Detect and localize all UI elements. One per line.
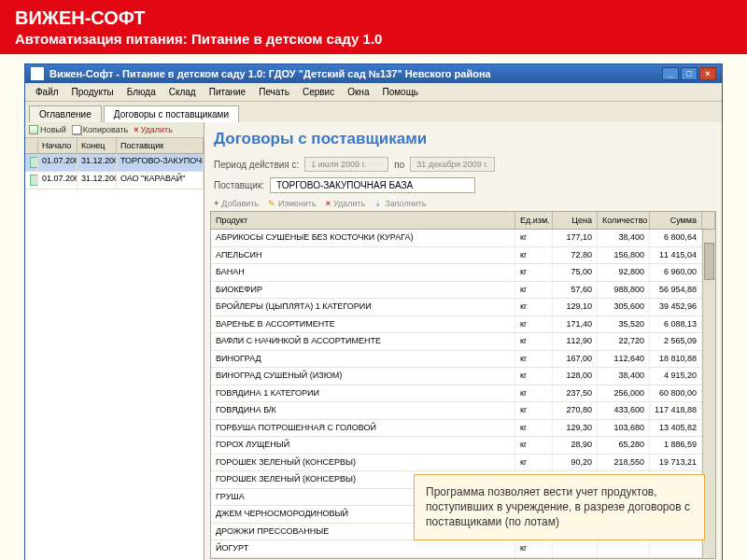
- table-row[interactable]: БАНАНкг75,0092,8006 960,00: [211, 264, 702, 282]
- minimize-button[interactable]: _: [662, 67, 679, 80]
- col-price[interactable]: Цена: [553, 212, 598, 229]
- menu-help[interactable]: Помощь: [375, 85, 425, 99]
- table-row[interactable]: ГОРОХ ЛУЩЕНЫЙкг28,9065,2801 886,59: [211, 437, 702, 455]
- delete-icon: ×: [326, 199, 331, 208]
- delete-button[interactable]: ×Удалить: [134, 125, 173, 134]
- col-sum[interactable]: Сумма: [650, 212, 702, 229]
- table-row[interactable]: ГОРОШЕК ЗЕЛЕНЫЙ (КОНСЕРВЫ)кг90,20218,550…: [211, 455, 702, 472]
- tabs: Оглавление Договоры с поставщиками: [25, 102, 722, 122]
- left-grid-header: Начало Конец Поставщик: [25, 138, 204, 154]
- app-window: Вижен-Софт - Питание в детском саду 1.0:…: [24, 63, 723, 560]
- table-row[interactable]: ВИНОГРАД СУШЕНЫЙ (ИЗЮМ)кг128,0038,4004 9…: [211, 368, 702, 385]
- grid-add-button[interactable]: +Добавить: [214, 199, 259, 208]
- scroll-thumb[interactable]: [704, 243, 714, 280]
- menubar: Файл Продукты Блюда Склад Питание Печать…: [25, 83, 722, 102]
- grid-toolbar: +Добавить ✎Изменить ×Удалить ⇣Заполнить: [204, 196, 722, 211]
- checkbox-icon[interactable]: [30, 175, 38, 186]
- banner: ВИЖЕН-СОФТ Автоматизация питания: Питани…: [0, 0, 747, 54]
- left-toolbar: Новый Копировать ×Удалить: [25, 122, 204, 138]
- table-row[interactable]: АПЕЛЬСИНкг72,80156,80011 415,04: [211, 247, 702, 265]
- grid-edit-button[interactable]: ✎Изменить: [268, 199, 317, 208]
- fill-icon: ⇣: [374, 199, 382, 208]
- table-row[interactable]: ВАРЕНЬЕ В АССОРТИМЕНТЕкг171,4035,5206 08…: [211, 316, 702, 334]
- banner-subtitle: Автоматизация питания: Питание в детском…: [15, 31, 732, 47]
- info-callout: Программа позволяет вести учет продуктов…: [414, 474, 705, 540]
- close-button[interactable]: ×: [699, 67, 716, 80]
- menu-windows[interactable]: Окна: [341, 85, 375, 99]
- maximize-button[interactable]: □: [681, 67, 698, 80]
- period-from-select[interactable]: 1 июля 2009 г.: [304, 157, 388, 172]
- app-icon: [31, 67, 44, 80]
- period-to-select[interactable]: 31 декабря 2009 г.: [410, 157, 495, 172]
- page-title: Договоры с поставщиками: [204, 122, 722, 154]
- table-row[interactable]: ГОВЯДИНА Б/Ккг270,80433,600117 418,88: [211, 402, 702, 420]
- period-label: Период действия с:: [214, 160, 299, 170]
- menu-file[interactable]: Файл: [29, 85, 65, 99]
- table-row[interactable]: АБРИКОСЫ СУШЕНЫЕ БЕЗ КОСТОЧКИ (КУРАГА)кг…: [211, 230, 702, 247]
- tab-contracts[interactable]: Договоры с поставщиками: [104, 105, 239, 122]
- pencil-icon: ✎: [268, 199, 275, 208]
- window-title: Вижен-Софт - Питание в детском саду 1.0:…: [49, 68, 491, 79]
- menu-dishes[interactable]: Блюда: [120, 85, 162, 99]
- new-icon: [29, 125, 38, 134]
- menu-nutrition[interactable]: Питание: [203, 85, 252, 99]
- titlebar: Вижен-Софт - Питание в детском саду 1.0:…: [25, 64, 722, 83]
- table-row[interactable]: БИОКЕФИРкг57,60988,80056 954,88: [211, 282, 702, 300]
- grid-header: Продукт Ед.изм. Цена Количество Сумма: [211, 212, 715, 230]
- col-unit[interactable]: Ед.изм.: [515, 212, 553, 229]
- col-quantity[interactable]: Количество: [598, 212, 650, 229]
- col-start: Начало: [38, 138, 78, 153]
- grid-delete-button[interactable]: ×Удалить: [326, 199, 366, 208]
- col-supplier: Поставщик: [117, 138, 204, 153]
- contract-row[interactable]: 01.07.2009 31.12.2009 ОАО "КАРАВАЙ": [25, 172, 204, 189]
- new-button[interactable]: Новый: [29, 125, 66, 134]
- left-pane: Новый Копировать ×Удалить Начало Конец П…: [25, 122, 204, 560]
- table-row[interactable]: ГОРБУША ПОТРОШЕННАЯ С ГОЛОВОЙкг129,30103…: [211, 420, 702, 438]
- tab-overview[interactable]: Оглавление: [29, 105, 102, 122]
- table-row[interactable]: ГОВЯДИНА 1 КАТЕГОРИИкг237,50256,00060 80…: [211, 385, 702, 403]
- copy-icon: [72, 125, 81, 134]
- right-pane: Договоры с поставщиками Период действия …: [204, 122, 722, 560]
- checkbox-icon[interactable]: [30, 157, 38, 168]
- table-row[interactable]: БРОЙЛЕРЫ (ЦЫПЛЯТА) 1 КАТЕГОРИИкг129,1030…: [211, 299, 702, 316]
- copy-button[interactable]: Копировать: [72, 125, 128, 134]
- menu-warehouse[interactable]: Склад: [162, 85, 203, 99]
- table-row[interactable]: ВАФЛИ С НАЧИНКОЙ В АССОРТИМЕНТЕкг112,902…: [211, 333, 702, 351]
- menu-print[interactable]: Печать: [252, 85, 296, 99]
- menu-products[interactable]: Продукты: [65, 85, 120, 99]
- col-product[interactable]: Продукт: [211, 212, 515, 229]
- delete-icon: ×: [134, 125, 138, 134]
- menu-service[interactable]: Сервис: [296, 85, 341, 99]
- contract-row[interactable]: 01.07.2009 31.12.2009 ТОРГОВО-ЗАКУПОЧНАЯ…: [25, 154, 204, 172]
- supplier-label: Поставщик:: [214, 180, 264, 190]
- supplier-filter: Поставщик: ТОРГОВО-ЗАКУПОЧНАЯ БАЗА: [204, 175, 722, 196]
- banner-title: ВИЖЕН-СОФТ: [15, 7, 732, 29]
- col-end: Конец: [78, 138, 117, 153]
- plus-icon: +: [214, 199, 218, 208]
- grid-fill-button[interactable]: ⇣Заполнить: [374, 199, 426, 208]
- period-filter: Период действия с: 1 июля 2009 г. по 31 …: [204, 154, 722, 175]
- table-row[interactable]: ВИНОГРАДкг167,00112,64018 810,88: [211, 351, 702, 369]
- supplier-input[interactable]: ТОРГОВО-ЗАКУПОЧНАЯ БАЗА: [270, 177, 475, 193]
- table-row[interactable]: ЙОГУРТкг: [211, 540, 702, 558]
